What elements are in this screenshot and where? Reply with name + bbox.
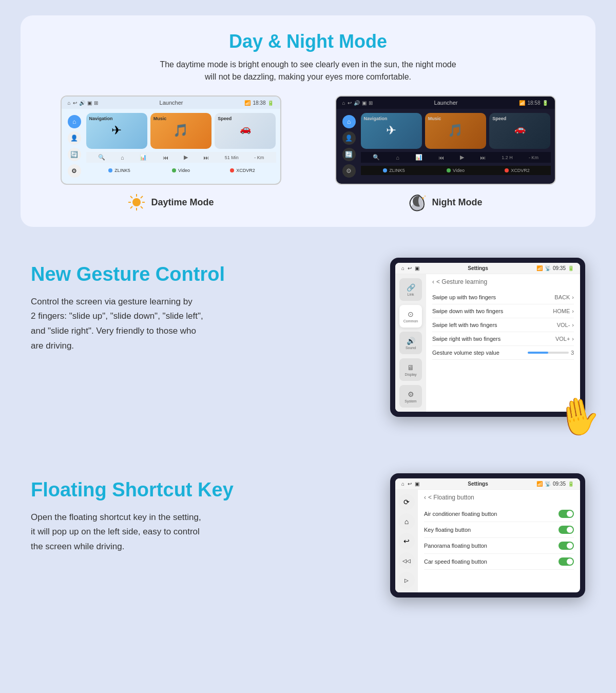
floating-tablet-screen: ⌂ ↩ ▣ Settings 📶 📡 09:35 🔋 ⟳: [395, 478, 580, 592]
sidebar-sound[interactable]: 🔊 Sound: [399, 332, 422, 354]
floating-icon-back[interactable]: ↩: [398, 533, 415, 549]
home2-icon[interactable]: ⌂: [121, 155, 124, 161]
music-label-night: Music: [428, 116, 483, 121]
sidebar-icon2[interactable]: 👤: [68, 131, 81, 145]
panorama-toggle[interactable]: [559, 542, 574, 550]
panorama-floating-row[interactable]: Panorama floating button: [424, 538, 574, 554]
home-night-icon: ⌂: [342, 100, 345, 106]
apps-icon: ▣: [87, 100, 92, 106]
swipe-down-row[interactable]: Swipe down with two fingers HOME ›: [432, 304, 574, 318]
moon-icon: [409, 193, 427, 211]
prev-icon[interactable]: ⏮: [163, 155, 168, 161]
next-icon[interactable]: ⏭: [203, 155, 209, 161]
gesture-volume-row[interactable]: Gesture volume step value 3: [432, 346, 574, 360]
chart-icon[interactable]: 📊: [140, 154, 147, 161]
key-floating-row[interactable]: Key floating button: [424, 522, 574, 538]
gesture-settings-header: ‹ < Gesture learning: [432, 278, 574, 285]
play-icon[interactable]: ▶: [184, 154, 188, 161]
svg-point-0: [132, 198, 141, 206]
sidebar-system[interactable]: ⚙ System: [399, 385, 422, 408]
day-night-section: Day & Night Mode The daytime mode is bri…: [21, 15, 595, 227]
back-chevron-icon: ‹: [432, 278, 434, 285]
floating-icon-home[interactable]: ⌂: [398, 513, 415, 530]
floating-settings-layout: ⟳ ⌂ ↩ ◁◁ ▷ ‹ < Floating button: [395, 490, 580, 592]
video-day[interactable]: Video: [152, 168, 210, 173]
key-toggle[interactable]: [559, 526, 574, 534]
play-night-icon[interactable]: ▶: [460, 154, 464, 161]
speed-card-night[interactable]: Speed 🚗: [489, 113, 550, 149]
sidebar-home-night[interactable]: ⌂: [342, 115, 356, 128]
sidebar-link[interactable]: 🔗 Link: [399, 278, 422, 301]
floating-topbar-right: 📶 📡 09:35 🔋: [536, 481, 574, 487]
xcdvr2-day[interactable]: XCDVR2: [214, 168, 272, 173]
mode-screenshots-container: ⌂ ↩ 🔊 ▣ ⊞ Launcher 📶 18:38 🔋: [41, 95, 575, 211]
nav-card-night[interactable]: Navigation ✈: [361, 113, 422, 149]
display-label: Display: [405, 373, 417, 376]
floating-icon-skip-back[interactable]: ◁◁: [398, 552, 415, 569]
next-night-icon[interactable]: ⏭: [480, 155, 486, 161]
car-speed-floating-row[interactable]: Car speed floating button: [424, 554, 574, 570]
nighttime-topbar-left: ⌂ ↩ 🔊 ▣ ⊞: [342, 100, 373, 106]
ac-floating-row[interactable]: Air conditioner floating button: [424, 506, 574, 522]
sound-label: Sound: [406, 346, 416, 350]
prev-night-icon[interactable]: ⏮: [438, 155, 444, 161]
music-label-day: Music: [153, 116, 208, 121]
xcdvr2-night[interactable]: XCDVR2: [488, 168, 547, 173]
home2-night-icon[interactable]: ⌂: [396, 155, 399, 161]
floating-sidebar: ⟳ ⌂ ↩ ◁◁ ▷: [395, 490, 418, 592]
sound-icon: 🔊: [407, 337, 415, 345]
sidebar-icon3[interactable]: 🔄: [68, 148, 81, 161]
swipe-left-row[interactable]: Swipe left with two fingers VOL- ›: [432, 318, 574, 332]
gesture-header-text: < Gesture learning: [436, 278, 487, 285]
volume-slider[interactable]: [528, 352, 569, 354]
search-icon[interactable]: 🔍: [98, 154, 105, 161]
chart-night-icon[interactable]: 📊: [415, 154, 422, 161]
floating-title: Floating Shortcut Key: [31, 478, 370, 502]
nighttime-top-row: Navigation ✈ Music 🎵 Speed 🚗: [361, 113, 551, 149]
gesture-topbar-right: 📶 📡 09:35 🔋: [536, 265, 574, 271]
sidebar-home[interactable]: ⌂: [68, 115, 81, 128]
signal-night-icon: 📶: [519, 100, 525, 106]
sidebar-icon4[interactable]: ⚙: [68, 164, 81, 178]
volume-slider-fill: [528, 352, 548, 354]
search-night-icon[interactable]: 🔍: [373, 154, 380, 161]
nighttime-screen: ⌂ ↩ 🔊 ▣ ⊞ Launcher 📶 18:58 🔋: [335, 95, 556, 185]
system-icon: ⚙: [408, 390, 414, 398]
volume-icon: 🔊: [79, 100, 85, 106]
key-floating-label: Key floating button: [424, 527, 471, 533]
sidebar-icon3-night[interactable]: 🔄: [342, 148, 356, 161]
sidebar-common[interactable]: ⊙ Common: [399, 305, 422, 328]
speed-card-day[interactable]: Speed 🚗: [215, 113, 276, 149]
nav-card-day[interactable]: Navigation ✈: [86, 113, 147, 149]
swipe-up-row[interactable]: Swipe up with two fingers BACK ›: [432, 291, 574, 304]
display-icon: 🖥: [407, 363, 414, 372]
gesture-topbar-left: ⌂ ↩ ▣: [401, 265, 419, 271]
swipe-up-label: Swipe up with two fingers: [432, 294, 496, 300]
zlink5-day[interactable]: ZLINK5: [90, 168, 149, 173]
sidebar-icon2-night[interactable]: 👤: [342, 131, 356, 145]
svg-line-7: [141, 196, 143, 198]
gesture-section: New Gesture Control Control the screen v…: [0, 237, 616, 432]
car-speed-toggle[interactable]: [559, 557, 574, 566]
sidebar-icon4-night[interactable]: ⚙: [342, 164, 356, 178]
ac-toggle[interactable]: [559, 510, 574, 518]
music-card-day[interactable]: Music 🎵: [150, 113, 211, 149]
zlink5-night[interactable]: ZLINK5: [365, 168, 424, 173]
common-icon: ⊙: [408, 310, 414, 318]
car-speed-floating-label: Car speed floating button: [424, 559, 487, 565]
gesture-settings-sidebar: 🔗 Link ⊙ Common 🔊 Sound 🖥: [395, 274, 426, 412]
daytime-bottom-controls: 🔍 ⌂ 📊 ⏮ ▶ ⏭ 51 Min - Km: [86, 152, 276, 163]
video-night[interactable]: Video: [427, 168, 485, 173]
floating-icon-refresh[interactable]: ⟳: [398, 494, 415, 510]
chevron-right-4: ›: [572, 336, 574, 342]
floating-topbar: ⌂ ↩ ▣ Settings 📶 📡 09:35 🔋: [395, 478, 580, 490]
sidebar-display[interactable]: 🖥 Display: [399, 358, 422, 381]
duration-night: 1.2 H: [502, 155, 513, 160]
floating-icon-skip-fwd[interactable]: ▷: [398, 572, 415, 588]
daytime-topbar-right-icons: 📶 18:38 🔋: [244, 100, 274, 106]
music-card-night[interactable]: Music 🎵: [425, 113, 486, 149]
swipe-right-row[interactable]: Swipe right with two fingers VOL+ ›: [432, 332, 574, 346]
gesture-title: New Gesture Control: [31, 263, 370, 286]
gesture-volume-label: Gesture volume step value: [432, 350, 499, 356]
apps-g-icon: ▣: [415, 265, 419, 271]
